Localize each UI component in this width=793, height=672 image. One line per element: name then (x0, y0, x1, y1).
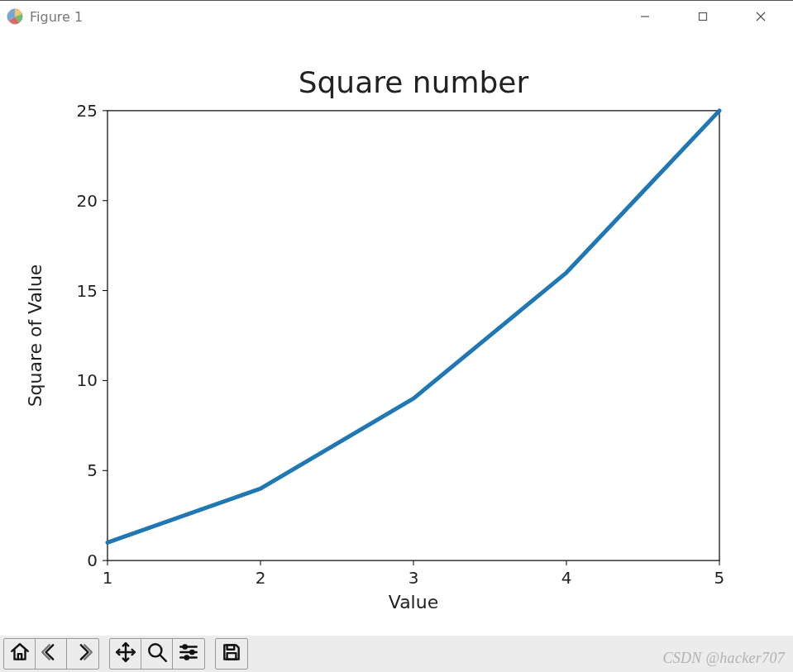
y-tick-label: 25 (77, 101, 98, 121)
svg-point-6 (184, 645, 187, 648)
move-icon (115, 641, 136, 666)
data-line (107, 111, 719, 542)
axes-frame (107, 111, 719, 560)
forward-button[interactable] (67, 639, 98, 669)
watermark: CSDN @hacker707 (662, 650, 785, 667)
chart-svg: Square number051015202512345ValueSquare … (0, 32, 793, 636)
x-tick-label: 4 (561, 568, 572, 588)
configure-subplots-button[interactable] (173, 639, 204, 669)
svg-rect-9 (227, 645, 235, 649)
pan-button[interactable] (110, 639, 141, 669)
x-tick-label: 3 (408, 568, 419, 588)
y-axis-label: Square of Value (25, 265, 45, 407)
y-tick-label: 0 (87, 550, 98, 570)
x-tick-label: 1 (103, 568, 113, 588)
titlebar: Figure 1 (0, 1, 793, 32)
matplotlib-icon (7, 8, 23, 25)
arrow-left-icon (41, 641, 62, 666)
svg-point-7 (190, 651, 193, 654)
home-icon (9, 641, 31, 666)
save-icon (221, 641, 242, 666)
plot-canvas[interactable]: Square number051015202512345ValueSquare … (0, 32, 793, 636)
back-button[interactable] (36, 639, 67, 669)
zoom-icon (146, 641, 168, 666)
x-axis-label: Value (389, 592, 438, 612)
toolbar-group-nav (3, 638, 99, 670)
arrow-right-icon (72, 641, 93, 666)
y-tick-label: 5 (87, 460, 98, 480)
figure-window: Figure 1 Square number051015202512345Val… (0, 0, 793, 672)
chart-title: Square number (299, 65, 529, 99)
svg-rect-2 (700, 13, 707, 21)
toolbar-group-save (215, 638, 248, 670)
toolbar-group-view (109, 638, 205, 670)
y-tick-label: 20 (77, 191, 98, 211)
maximize-button[interactable] (674, 1, 732, 32)
y-tick-label: 10 (77, 370, 98, 390)
y-tick-label: 15 (77, 281, 98, 301)
navigation-toolbar: CSDN @hacker707 (0, 636, 793, 672)
minimize-button[interactable] (616, 1, 674, 32)
zoom-button[interactable] (141, 639, 173, 669)
x-tick-label: 2 (256, 568, 266, 588)
x-tick-label: 5 (714, 568, 725, 588)
close-button[interactable] (732, 1, 790, 32)
svg-point-8 (185, 655, 189, 659)
save-button[interactable] (216, 639, 247, 669)
sliders-icon (178, 641, 199, 666)
home-button[interactable] (4, 639, 36, 669)
svg-rect-10 (227, 653, 236, 660)
window-title: Figure 1 (30, 9, 83, 25)
